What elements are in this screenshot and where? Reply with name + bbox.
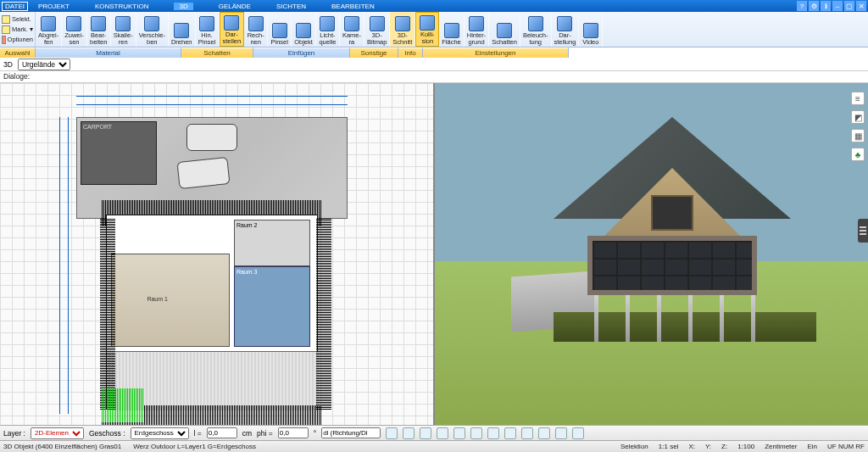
ribbon-icon	[444, 23, 459, 38]
ribbon-dar-stellung[interactable]: Dar- stellung	[552, 12, 580, 47]
tool-icon[interactable]	[555, 427, 567, 439]
ribbon-icon	[144, 16, 159, 31]
ribbon-bear-beiten[interactable]: Bear- beiten	[87, 12, 111, 47]
settings-icon[interactable]: ⚙	[809, 1, 819, 11]
close-icon[interactable]: ✕	[856, 1, 866, 11]
terrain-select[interactable]: Urgelände	[18, 59, 70, 70]
ribbon-icon	[344, 16, 359, 31]
carport: CARPORT	[81, 121, 157, 185]
status-unit: Zentimeter	[765, 443, 797, 450]
ribbon-icon	[320, 16, 335, 31]
hedge	[316, 219, 331, 410]
tree-icon[interactable]: ♣	[851, 148, 865, 161]
ribbon-icon	[469, 16, 484, 31]
tool-icon[interactable]	[538, 427, 550, 439]
tool-icon[interactable]	[470, 427, 482, 439]
ribbon-3d-bitmap[interactable]: 3D- Bitmap	[364, 12, 390, 47]
tool-icon[interactable]	[487, 427, 499, 439]
side-panel-toggle[interactable]	[858, 219, 868, 243]
ribbon-icon	[41, 16, 56, 31]
ribbon-kame-ra[interactable]: Kame- ra	[340, 12, 364, 47]
tool-icon[interactable]	[420, 427, 431, 439]
length-input[interactable]	[207, 427, 237, 438]
house-outline: Raum 1 Raum 2 Raum 3	[106, 215, 318, 410]
geschoss-select[interactable]: Erdgeschoss	[131, 427, 189, 439]
tool-icon[interactable]	[521, 427, 533, 439]
menu-sichten[interactable]: SICHTEN	[276, 3, 306, 10]
ribbon-skalie-ren[interactable]: Skalie- ren	[111, 12, 136, 47]
geschoss-label: Geschoss :	[89, 429, 125, 438]
mark-toggle[interactable]: Mark.▾	[2, 25, 33, 34]
group-info: Info	[398, 47, 423, 58]
ribbon-schatten[interactable]: Schatten	[489, 12, 520, 47]
ribbon-hin-pinsel[interactable]: Hin. Pinsel	[196, 12, 220, 47]
ribbon-icon	[420, 15, 435, 31]
ribbon-first-group: Selekt. Mark.▾ Optionen	[0, 12, 36, 47]
ribbon-abgrei-fen[interactable]: Abgrei- fen	[36, 12, 62, 47]
deg-label: °	[314, 429, 316, 438]
ribbon-beleuch-tung[interactable]: Beleuch- tung	[520, 12, 552, 47]
layer-label: Layer :	[3, 429, 25, 438]
ribbon-objekt[interactable]: Objekt	[292, 12, 316, 47]
ribbon-icon	[91, 16, 106, 31]
group-einstellungen: Einstellungen	[423, 47, 569, 58]
main-workspace: CARPORT Raum 1 Raum 2 Raum 3	[0, 83, 868, 425]
minimize-icon[interactable]: –	[832, 1, 843, 11]
ribbon-dar-stellen[interactable]: Dar- stellen	[220, 12, 245, 47]
menu-3d[interactable]: 3D	[174, 3, 192, 10]
ribbon-pinsel[interactable]: Pinsel	[268, 12, 292, 47]
tool-icon[interactable]	[403, 427, 415, 439]
ribbon-zuwei-sen[interactable]: Zuwei- sen	[62, 12, 87, 47]
menu-konstruktion[interactable]: KONSTRUKTION	[95, 3, 149, 10]
tool-icon[interactable]	[386, 427, 398, 439]
ribbon-icon	[497, 23, 512, 38]
room-1: Raum 1	[111, 254, 230, 347]
ribbon-drehen[interactable]: Drehen	[169, 12, 196, 47]
car-icon	[186, 124, 237, 151]
info-icon[interactable]: ℹ	[821, 1, 831, 11]
ribbon-verschie-ben[interactable]: Verschie- ben	[136, 12, 169, 47]
window-controls: ? ⚙ ℹ – ▢ ✕	[797, 1, 866, 11]
menu-bearbeiten[interactable]: BEARBEITEN	[331, 3, 375, 10]
materials-icon[interactable]: ▦	[851, 129, 865, 142]
room-3: Raum 3	[234, 266, 310, 347]
ribbon-hinter-grund[interactable]: Hinter- grund	[465, 12, 490, 47]
tool-icon[interactable]	[572, 427, 584, 439]
grass-selected[interactable]	[102, 388, 144, 422]
menu-projekt[interactable]: PROJEKT	[38, 3, 70, 10]
layer-select[interactable]: 2D-Elemen	[31, 427, 84, 439]
ribbon-video[interactable]: Video	[579, 12, 603, 47]
dl-input[interactable]	[321, 427, 381, 438]
tool-icon[interactable]	[453, 427, 465, 439]
ribbon-icon	[66, 16, 81, 31]
tool-icon[interactable]	[504, 427, 516, 439]
select-toggle[interactable]: Selekt.	[2, 15, 33, 24]
help-icon[interactable]: ?	[797, 1, 807, 11]
phi-input[interactable]	[278, 427, 309, 438]
tool-icon[interactable]	[437, 427, 448, 439]
dialog-bar: Dialoge:	[0, 71, 868, 83]
view-tools: ≡ ◩ ▦ ♣	[851, 92, 866, 161]
ribbon-icon	[583, 23, 598, 38]
optionen-button[interactable]: Optionen	[2, 36, 33, 44]
maximize-icon[interactable]: ▢	[844, 1, 854, 11]
layers-icon[interactable]: ≡	[851, 92, 865, 105]
ribbon-licht-quelle[interactable]: Licht- quelle	[316, 12, 340, 47]
ribbon-icon	[557, 16, 572, 31]
status-ratio: 1:1 sel	[659, 443, 679, 450]
ribbon-3d-schnitt[interactable]: 3D- Schnitt	[390, 12, 415, 47]
status-mode: Ein	[807, 443, 817, 450]
ribbon-kolli-sion[interactable]: Kolli- sion	[415, 12, 439, 47]
chair-icon[interactable]: ◩	[851, 110, 865, 124]
menu-file[interactable]: DATEI	[2, 2, 28, 11]
ribbon-fl-che[interactable]: Fläche	[439, 12, 465, 47]
menu-gelaende[interactable]: GELÄNDE	[219, 3, 251, 10]
ribbon-icon	[248, 16, 264, 31]
ribbon-rech-nen[interactable]: Rech- nen	[244, 12, 268, 47]
plan-2d-viewport[interactable]: CARPORT Raum 1 Raum 2 Raum 3	[0, 83, 435, 425]
ribbon-icon	[528, 16, 543, 31]
status-y: Y:	[705, 443, 711, 450]
phi-label: phi =	[257, 429, 273, 438]
cm-label: cm	[242, 429, 252, 438]
view-3d-viewport[interactable]: ≡ ◩ ▦ ♣	[435, 83, 868, 425]
